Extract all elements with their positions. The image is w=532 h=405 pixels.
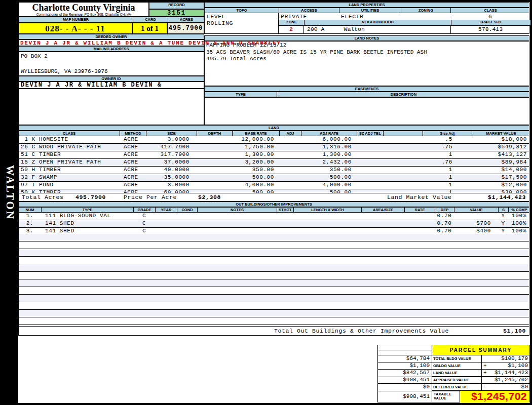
cell-class: 97 I POND: [19, 182, 120, 189]
taxable-left-value: $908,451: [378, 391, 432, 402]
mailing-address-box: PO BOX 2 WYLLIESBURG, VA 23976-3976: [18, 52, 204, 76]
cell-length-width: [293, 213, 361, 220]
cell-depth: [197, 136, 232, 143]
cell-class: 32 F SWAMP: [19, 174, 120, 181]
cell-base-rate: 500.00: [232, 174, 279, 181]
cell-size: 417.7900: [146, 144, 197, 151]
outbuildings-total-row: Total Out Buildings & Other Improvements…: [18, 326, 529, 336]
owner-id-header: OWNER ID: [18, 76, 204, 82]
map-card-acres-headers: MAP NUMBER CARD ACRES: [18, 17, 204, 23]
cell-class: 15 Z OPEN PRIVATE PATH: [19, 159, 120, 166]
cell-adj-rate: 500.00: [301, 174, 357, 181]
outbuilding-row: 2. 141 SHED C 0.70 $700 Y 100%: [19, 220, 529, 228]
neighborhood-value: 200 AWalton: [303, 25, 450, 34]
dep-col-header: DEP: [435, 208, 454, 212]
cell-class: 26 C WOOD PRIVATE PATH: [19, 144, 120, 151]
utilities-value: ELECTR: [339, 13, 401, 20]
cell-grade: C: [133, 220, 155, 227]
empty-row: [19, 287, 529, 295]
land-note-line: 495.79 Total Acres: [206, 56, 527, 63]
summary-sign: +: [483, 362, 487, 369]
outbuilding-row: 1. 111 BLDG-SOUND VAL C 0.70 Y 100%: [19, 213, 529, 220]
rate-col-header: RATE: [404, 208, 435, 212]
parcel-summary-row: $64,784 TOTAL BLDG VALUE $100,179: [378, 355, 529, 362]
cell-cond: [177, 220, 197, 227]
outbuildings-title: OUT BUILDINGS/OTHER IMPROVEMENTS: [18, 201, 529, 207]
cell-base-rate: 4,000.00: [232, 182, 279, 189]
cell-blank: [383, 151, 423, 158]
cell-adj: [279, 174, 301, 181]
cond-col-header: COND: [177, 208, 197, 212]
summary-right-value: +$1,144,423: [482, 370, 529, 377]
address-line1: PO BOX 2: [21, 53, 202, 60]
property-record-card: WALTON Charlotte County Virginia Commiss…: [0, 0, 532, 405]
cell-adj-rate: 350.00: [301, 167, 357, 174]
parcel-summary-title: PARCEL SUMMARY: [432, 345, 529, 355]
cell-length-width: [293, 220, 361, 227]
cell-adj: [279, 182, 301, 189]
deeded-owner-header: DEEDED OWNER: [18, 34, 204, 39]
empty-row: [19, 257, 529, 264]
cell-adj: [279, 167, 301, 174]
num-col-header: NUM: [19, 208, 41, 212]
summary-sign: +: [483, 370, 487, 376]
topo-value-1: LEVEL: [205, 13, 279, 20]
parcel-summary-row: $842,567 LAND VALUE +$1,144,423: [378, 370, 529, 377]
land-table-row: 97 I POND ACRE 3.0000 4,000.00 4,000.00 …: [19, 182, 529, 189]
cell-type: 141 SHED: [41, 220, 133, 227]
class-value: 6: [450, 13, 530, 20]
cell-depth: [197, 144, 232, 151]
cell-sz-adj-tbl: [357, 159, 383, 166]
cell-method: ACRE: [120, 167, 146, 174]
cell-num: 1.: [19, 213, 41, 220]
cell-rate: [404, 213, 435, 220]
address-line2: WYLLIESBURG, VA 23976-3976: [21, 68, 202, 75]
cell-size-adj: 1: [423, 167, 472, 174]
base-rate-col-header: BASE RATE: [232, 131, 279, 136]
year-col-header: YEAR: [155, 208, 177, 212]
adj-col-header: ADJ: [279, 131, 301, 136]
cell-depth: [197, 151, 232, 158]
summary-amount: $1,100: [508, 362, 528, 369]
class-col-header: CLASS: [19, 131, 120, 136]
cell-depth: [197, 174, 232, 181]
parcel-summary-row: $0 DEFERRED VALUE -$0: [378, 384, 529, 391]
cell-notes: [197, 220, 277, 227]
cell-size: 317.7900: [146, 151, 197, 158]
size-col-header: SIZE: [146, 131, 197, 136]
cell-method: ACRE: [120, 174, 146, 181]
length-width-col-header: LENGTH X WIDTH: [293, 208, 361, 212]
summary-left-value: $908,451: [378, 377, 432, 384]
cell-base-rate: 1,750.00: [232, 144, 279, 151]
cell-size-adj: .75: [423, 144, 472, 151]
cell-area-size: [361, 220, 404, 227]
summary-sign: -: [483, 384, 487, 390]
cell-size: 3.0000: [146, 136, 197, 143]
land-properties-values: LEVEL PRIVATE ELECTR 6: [204, 13, 529, 20]
outbuildings-headers: NUM TYPE GRADE YEAR COND NOTES STHGT LEN…: [18, 207, 529, 213]
cell-size-adj: 1: [423, 151, 472, 158]
cell-blank: [383, 182, 423, 189]
land-table-headers: CLASS METHOD SIZE DEPTH BASE RATE ADJ AD…: [18, 131, 529, 136]
easement-type-header: TYPE: [205, 92, 277, 97]
total-acres-label: Total Acres: [22, 193, 64, 201]
cell-market-value: $12,000: [472, 182, 530, 189]
map-card-acres-values: 028- - A- - - 11 1 of 1 495.7900: [18, 23, 204, 34]
summary-label: OBLDG VALUE: [432, 362, 482, 370]
cell-type: 111 BLDG-SOUND VAL: [41, 213, 133, 220]
neighborhood-name: Walton: [344, 26, 365, 32]
cell-sz-adj-tbl: [357, 182, 383, 189]
parcel-summary-row: $1,100 OBLDG VALUE +$1,100: [378, 362, 529, 370]
neighborhood-code: 200 A: [304, 26, 325, 32]
record-header: RECORD: [149, 2, 204, 9]
topo-header: TOPO: [205, 8, 279, 13]
land-properties-row2: ROLLING ZONE NEIGHBORHOOD TRACT SIZE 2 2…: [204, 20, 529, 34]
tract-size-header: TRACT SIZE: [451, 20, 530, 25]
comp-col-header: % COMP: [508, 208, 530, 212]
empty-row: [19, 310, 529, 317]
cell-method: ACRE: [120, 159, 146, 166]
cell-size-adj: 1: [423, 174, 472, 181]
cell-market-value: $549,812: [472, 144, 530, 151]
outbuildings-total-label: Total Out Buildings & Other Improvements…: [274, 327, 449, 335]
cell-blank: [383, 136, 423, 143]
